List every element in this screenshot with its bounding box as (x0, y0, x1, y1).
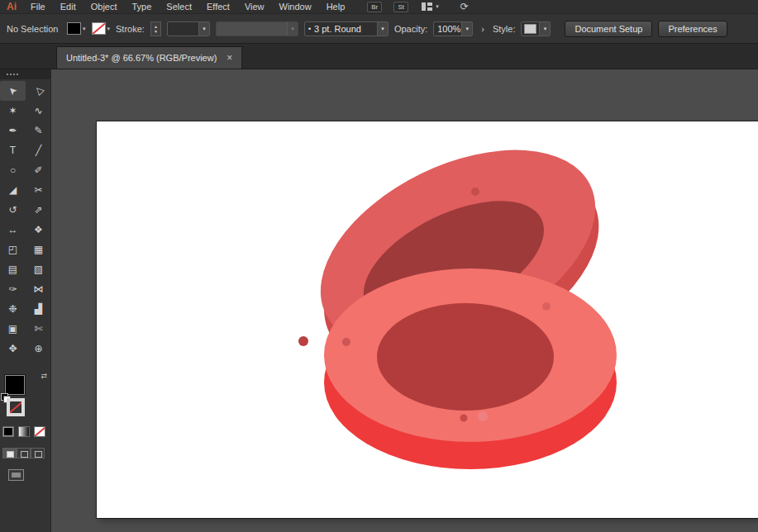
magic-wand-tool[interactable]: ✶ (0, 101, 26, 121)
artboard[interactable] (97, 121, 758, 518)
eyedropper-tool[interactable]: ✑ (0, 279, 26, 299)
artboard-tool[interactable]: ▣ (0, 319, 26, 339)
document-tab[interactable]: Untitled-3* @ 66.67% (RGB/Preview) × (56, 46, 242, 69)
stroke-indicator[interactable] (7, 398, 25, 416)
menu-window[interactable]: Window (272, 2, 319, 12)
bottom-large-dot[interactable] (478, 411, 488, 421)
width-tool[interactable]: ↔ (0, 220, 26, 240)
style-swatch (524, 24, 536, 34)
document-tab-bar: Untitled-3* @ 66.67% (RGB/Preview) × (0, 44, 758, 69)
perspective-grid-tool[interactable]: ▦ (26, 240, 51, 259)
fill-color-control[interactable]: ▾ (67, 22, 86, 35)
preferences-button[interactable]: Preferences (658, 21, 727, 37)
brush-definition-select[interactable]: • 3 pt. Round ▾ (304, 21, 389, 36)
gradient-tool[interactable]: ▧ (26, 259, 51, 279)
menu-type[interactable]: Type (125, 2, 160, 12)
pencil-tool[interactable]: ✐ (26, 160, 51, 180)
menu-view[interactable]: View (237, 2, 272, 12)
sync-icon[interactable]: ⟳ (460, 1, 469, 12)
fill-swatch[interactable] (67, 22, 81, 35)
workspace-switcher[interactable]: ▾ (422, 2, 439, 11)
draw-inside-button[interactable] (31, 448, 45, 458)
bottom-small-dot[interactable] (460, 415, 468, 422)
menu-object[interactable]: Object (83, 2, 125, 12)
menu-bar: Ai File Edit Object Type Select Effect V… (0, 0, 758, 14)
fill-stroke-indicator: ⇄ (0, 372, 51, 423)
rotate-tool-icon: ↺ (8, 204, 17, 216)
close-icon[interactable]: × (226, 52, 232, 64)
chevron-down-icon[interactable]: ▾ (83, 26, 86, 32)
stroke-label[interactable]: Stroke: (116, 24, 145, 34)
screen-mode-button[interactable] (8, 469, 24, 481)
menu-select[interactable]: Select (159, 2, 199, 12)
rotate-tool[interactable]: ↺ (0, 200, 26, 220)
menu-file[interactable]: File (23, 2, 53, 12)
zoom-tool[interactable]: ⊕ (26, 339, 51, 359)
chevron-down-icon[interactable]: ▾ (461, 22, 472, 36)
paintbrush-tool[interactable]: ✎ (26, 121, 51, 140)
app-logo[interactable]: Ai (0, 1, 23, 12)
chevron-down-icon[interactable]: ▾ (377, 22, 388, 36)
color-button[interactable] (2, 426, 14, 437)
chevron-down-icon[interactable]: ▾ (539, 22, 550, 36)
direct-selection-tool[interactable]: ▷ (26, 81, 51, 101)
selection-tool-icon: ➤ (6, 83, 20, 97)
swap-fill-stroke-icon[interactable]: ⇄ (41, 372, 47, 380)
stepper-down-icon[interactable]: ▼ (154, 29, 158, 34)
eyedropper-tool-icon: ✑ (8, 283, 17, 295)
scale-tool[interactable]: ⇗ (26, 200, 51, 220)
menu-help[interactable]: Help (319, 2, 353, 12)
type-tool[interactable]: T (0, 140, 26, 160)
grip-dots-icon (7, 74, 8, 75)
menu-effect[interactable]: Effect (199, 2, 237, 12)
blend-tool[interactable]: ⋈ (26, 279, 51, 299)
stroke-swatch[interactable] (92, 22, 106, 35)
column-graph-tool[interactable]: ▟ (26, 299, 51, 319)
hand-tool-icon: ✥ (8, 343, 17, 354)
draw-modes-row (2, 448, 45, 458)
slice-tool[interactable]: ✄ (26, 319, 51, 339)
free-transform-tool[interactable]: ❖ (26, 220, 51, 240)
back-cell-dot[interactable] (471, 188, 479, 196)
symbol-sprayer-tool[interactable]: ❉ (0, 299, 26, 319)
stroke-color-control[interactable]: ▾ (92, 22, 111, 35)
draw-normal-button[interactable] (2, 448, 17, 458)
gradient-button[interactable] (18, 426, 30, 437)
stock-button[interactable]: St (393, 2, 408, 12)
bridge-button[interactable]: Br (367, 2, 382, 12)
canvas-area[interactable] (51, 69, 758, 532)
hand-tool[interactable]: ✥ (0, 339, 26, 359)
artwork-canvas[interactable] (97, 121, 758, 518)
chevron-down-icon[interactable]: ▾ (198, 22, 209, 36)
blend-tool-icon: ⋈ (34, 283, 44, 295)
draw-behind-button[interactable] (17, 448, 31, 458)
opacity-label[interactable]: Opacity: (394, 24, 427, 34)
opacity-select[interactable]: 100% ▾ (433, 21, 473, 36)
lasso-tool[interactable]: ∿ (26, 101, 51, 121)
pen-tool[interactable]: ✒ (0, 121, 26, 140)
mesh-tool[interactable]: ▤ (0, 259, 26, 279)
scissors-tool-icon: ✂ (34, 184, 42, 196)
artboard-tool-icon: ▣ (8, 323, 17, 335)
zoom-tool-icon: ⊕ (34, 343, 42, 354)
stroke-width-select[interactable]: ▾ (167, 21, 210, 36)
panel-grip[interactable] (0, 69, 50, 79)
document-setup-button[interactable]: Document Setup (565, 21, 652, 37)
menu-edit[interactable]: Edit (53, 2, 83, 12)
none-button[interactable] (34, 426, 45, 437)
opacity-flyout-icon[interactable]: › (479, 24, 487, 34)
chevron-down-icon[interactable]: ▾ (107, 26, 111, 32)
style-label[interactable]: Style: (493, 24, 516, 34)
stroke-width-stepper[interactable]: ▲ ▼ (150, 21, 161, 36)
ellipse-tool[interactable]: ○ (0, 160, 26, 180)
right-face-dot[interactable] (542, 302, 551, 311)
scissors-tool[interactable]: ✂ (26, 180, 51, 200)
left-inner-dot[interactable] (342, 338, 350, 346)
selection-tool[interactable]: ➤ (0, 81, 26, 101)
left-outer-dot[interactable] (298, 336, 308, 346)
front-cell-inner[interactable] (377, 303, 554, 411)
shape-builder-tool[interactable]: ◰ (0, 240, 26, 259)
eraser-tool[interactable]: ◢ (0, 180, 26, 200)
style-select[interactable]: ▾ (521, 21, 551, 36)
line-segment-tool[interactable]: ╱ (26, 140, 51, 160)
